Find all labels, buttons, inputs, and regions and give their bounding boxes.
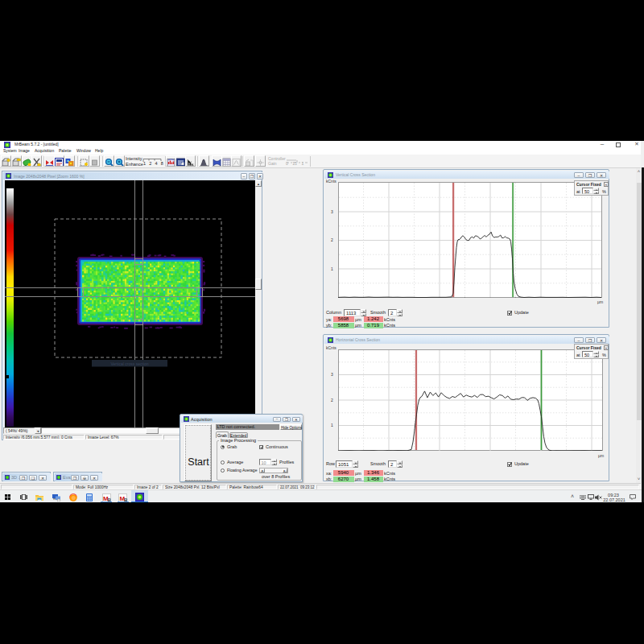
svg-text:Vertical cross section: Vertical cross section — [111, 361, 149, 366]
